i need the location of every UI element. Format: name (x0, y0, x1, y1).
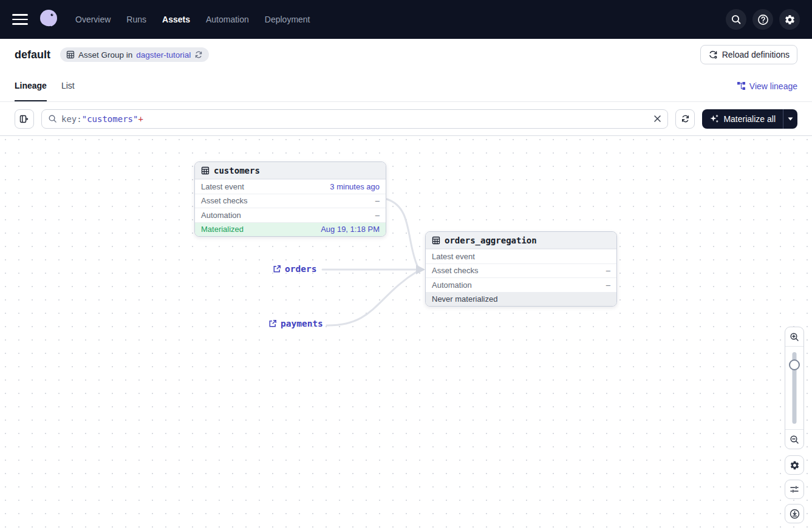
asset-status-row: Materialized Aug 19, 1:18 PM (195, 222, 386, 237)
graph-filters-button[interactable] (785, 480, 804, 499)
lineage-edges (0, 136, 812, 530)
view-lineage-label: View lineage (749, 81, 797, 91)
zoom-out-icon (790, 435, 799, 444)
clear-search-button[interactable] (653, 115, 661, 123)
arrow-down-circle-icon (790, 509, 800, 519)
dagster-logo-icon[interactable] (36, 7, 61, 32)
hamburger-menu-icon[interactable] (12, 11, 29, 28)
asset-row-automation: Automation – (195, 208, 386, 222)
materialize-split-button: Materialize all (702, 109, 797, 129)
tabs-bar: Lineage List View lineage (0, 70, 812, 102)
asset-row-asset-checks: Asset checks – (195, 194, 386, 208)
page-header: default Asset Group in dagster-tutorial … (0, 39, 812, 70)
refresh-graph-button[interactable] (675, 109, 695, 129)
row-value: – (375, 211, 380, 220)
asset-row-latest-event: Latest event (426, 249, 616, 263)
asset-node-orders-aggregation[interactable]: orders_aggregation Latest event Asset ch… (425, 231, 617, 307)
asset-group-badge: Asset Group in dagster-tutorial (60, 47, 209, 62)
recenter-graph-button[interactable] (785, 504, 804, 523)
query-key-token: key: (61, 114, 82, 124)
external-asset-label: orders (285, 264, 316, 274)
asset-node-header[interactable]: orders_aggregation (426, 232, 616, 249)
lineage-toolbar: key:"customers"+ Materialize all (0, 102, 812, 136)
query-value-token: "customers" (82, 114, 138, 124)
latest-event-link[interactable]: 3 minutes ago (330, 182, 380, 191)
search-icon (48, 114, 57, 123)
materialize-dropdown-button[interactable] (783, 109, 797, 129)
zoom-slider[interactable] (785, 347, 803, 429)
external-asset-orders[interactable]: orders (273, 264, 316, 274)
close-icon (653, 115, 661, 123)
sync-icon[interactable] (194, 50, 203, 59)
top-nav: Overview Runs Assets Automation Deployme… (0, 0, 812, 39)
help-button[interactable] (752, 9, 773, 30)
table-icon (201, 166, 210, 175)
refresh-icon (681, 114, 690, 123)
row-label: Latest event (432, 252, 475, 261)
asset-node-header[interactable]: customers (195, 162, 386, 179)
tab-list[interactable]: List (61, 70, 75, 101)
row-value: – (606, 266, 610, 275)
asset-status-row: Never materialized (426, 292, 616, 307)
settings-button[interactable] (779, 9, 800, 30)
badge-text: Asset Group in (78, 50, 132, 59)
row-value: – (375, 196, 380, 205)
external-link-icon (273, 265, 281, 273)
search-icon (731, 14, 742, 25)
row-label: Asset checks (201, 196, 248, 205)
row-label: Asset checks (432, 266, 479, 275)
gear-icon (784, 14, 796, 25)
external-asset-payments[interactable]: payments (268, 319, 323, 328)
zoom-control-panel (785, 327, 804, 449)
filter-sliders-icon (790, 484, 799, 494)
zoom-out-button[interactable] (785, 429, 803, 449)
row-label: Automation (432, 280, 472, 290)
panel-expand-icon (19, 114, 29, 124)
tab-list-label: List (61, 81, 75, 90)
asset-row-automation: Automation – (426, 277, 616, 292)
nav-item-overview[interactable]: Overview (75, 15, 111, 24)
sparkle-icon (709, 114, 719, 124)
table-icon (432, 236, 440, 245)
nav-item-deployment[interactable]: Deployment (265, 15, 310, 24)
zoom-in-button[interactable] (785, 327, 803, 347)
lineage-graph-canvas[interactable]: customers Latest event 3 minutes ago Ass… (0, 136, 812, 530)
status-badge: Never materialized (432, 294, 497, 304)
asset-name: customers (214, 166, 260, 175)
page-title: default (15, 49, 50, 61)
search-button[interactable] (726, 9, 746, 30)
graph-settings-button[interactable] (785, 455, 804, 475)
code-location-link[interactable]: dagster-tutorial (136, 50, 191, 59)
asset-search-input[interactable]: key:"customers"+ (41, 109, 668, 129)
tab-lineage[interactable]: Lineage (15, 70, 47, 101)
chevron-down-icon (788, 117, 793, 121)
asset-row-latest-event: Latest event 3 minutes ago (195, 179, 386, 194)
external-link-icon (268, 319, 277, 328)
gear-icon (790, 460, 800, 471)
help-icon (757, 14, 769, 25)
asset-node-customers[interactable]: customers Latest event 3 minutes ago Ass… (194, 161, 386, 237)
materialize-all-label: Materialize all (723, 114, 776, 124)
nav-item-runs[interactable]: Runs (126, 15, 146, 24)
primary-nav: Overview Runs Assets Automation Deployme… (75, 15, 310, 24)
reload-icon (708, 50, 718, 59)
row-value: – (606, 280, 610, 290)
asset-name: orders_aggregation (445, 236, 537, 245)
materialize-all-button[interactable]: Materialize all (702, 109, 783, 129)
status-badge: Materialized (201, 225, 244, 234)
edge-arrowhead (416, 265, 425, 274)
nav-item-automation[interactable]: Automation (206, 15, 249, 24)
zoom-slider-thumb[interactable] (789, 359, 800, 370)
zoom-in-icon (790, 332, 799, 342)
external-asset-label: payments (281, 319, 323, 328)
tab-lineage-label: Lineage (15, 81, 47, 90)
lineage-icon (737, 81, 746, 90)
search-query: key:"customers"+ (61, 114, 143, 124)
reload-definitions-button[interactable]: Reload definitions (700, 45, 797, 64)
nav-item-assets[interactable]: Assets (162, 15, 190, 24)
asset-row-asset-checks: Asset checks – (426, 263, 616, 278)
materialization-timestamp-link[interactable]: Aug 19, 1:18 PM (321, 225, 380, 234)
row-label: Latest event (201, 182, 244, 191)
view-lineage-link[interactable]: View lineage (737, 70, 797, 101)
expand-sidebar-button[interactable] (15, 109, 34, 129)
